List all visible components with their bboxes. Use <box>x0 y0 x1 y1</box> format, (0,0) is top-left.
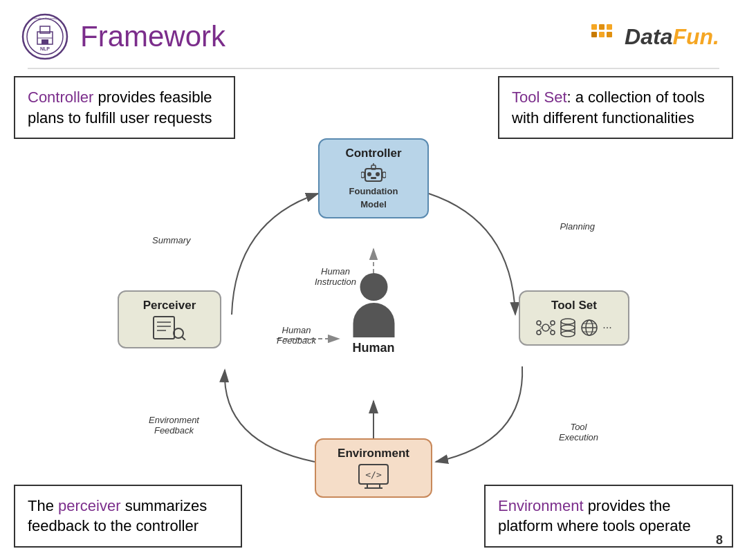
tool-icons: ··· <box>536 318 611 337</box>
perceiver-icon <box>152 315 187 340</box>
framework-diagram: Controller Foundation Model Perceiver <box>111 138 636 498</box>
svg-text:Tsinghua University: Tsinghua University <box>33 17 57 20</box>
svg-text:NLP: NLP <box>40 46 50 51</box>
datafun-text: DataFun. <box>625 24 719 50</box>
environment-node: Environment </> <box>315 438 432 498</box>
svg-point-46 <box>561 325 575 330</box>
planning-label: Planning <box>560 221 595 232</box>
perceiver-highlight: perceiver <box>58 497 120 514</box>
svg-point-42 <box>561 319 575 324</box>
svg-rect-27 <box>154 317 174 339</box>
controller-node-title: Controller <box>345 147 401 160</box>
svg-line-41 <box>549 328 553 330</box>
perceiver-node-title: Perceiver <box>143 299 196 312</box>
env-feedback-label: EnvironmentFeedback <box>149 415 199 436</box>
datafun-dots-icon <box>590 23 625 50</box>
nlp-logo-icon: NLP Tsinghua University <box>21 12 69 61</box>
environment-icon: </> <box>358 463 389 489</box>
svg-rect-10 <box>607 24 612 30</box>
svg-point-20 <box>367 172 371 176</box>
human-instruction-label: HumanInstruction <box>315 266 356 287</box>
database-icon <box>560 318 576 337</box>
svg-point-31 <box>174 328 183 338</box>
header-left: NLP Tsinghua University Framework <box>21 12 225 61</box>
controller-node: Controller Foundation Model <box>318 138 429 218</box>
svg-rect-9 <box>599 24 605 30</box>
svg-rect-26 <box>382 172 386 178</box>
controller-desc-box: Controller provides feasible plans to fu… <box>14 76 235 139</box>
human-body <box>353 303 394 337</box>
svg-rect-11 <box>591 32 597 37</box>
svg-rect-8 <box>591 24 597 30</box>
environment-highlight: Environment <box>498 497 584 514</box>
svg-line-39 <box>549 325 553 328</box>
svg-point-45 <box>561 331 575 337</box>
summary-label: Summary <box>152 235 191 245</box>
environment-node-title: Environment <box>338 447 409 460</box>
svg-point-37 <box>551 330 555 335</box>
svg-text:</>: </> <box>365 469 382 480</box>
toolset-node-title: Tool Set <box>551 299 597 312</box>
globe-icon <box>580 319 598 337</box>
human-figure <box>352 273 394 337</box>
header: NLP Tsinghua University Framework DataFu… <box>0 0 747 68</box>
tool-execution-label: ToolExecution <box>559 422 598 442</box>
svg-point-0 <box>23 15 67 59</box>
svg-point-36 <box>537 330 541 335</box>
perceiver-node: Perceiver <box>118 290 221 348</box>
network-icon <box>536 318 555 337</box>
svg-line-40 <box>539 328 542 330</box>
svg-rect-5 <box>42 39 48 44</box>
human-head <box>360 273 387 301</box>
toolset-desc-box: Tool Set: a collection of tools with dif… <box>498 76 733 139</box>
controller-highlight: Controller <box>28 88 93 106</box>
controller-subtitle1: Foundation <box>349 186 398 196</box>
svg-point-34 <box>537 321 541 325</box>
svg-rect-12 <box>599 32 605 37</box>
svg-point-33 <box>542 324 549 331</box>
human-label: Human <box>352 341 394 355</box>
human-node: Human <box>352 273 394 355</box>
page-number: 8 <box>716 533 723 548</box>
svg-line-38 <box>539 325 542 328</box>
datafun-logo: DataFun. <box>590 23 719 50</box>
main-content: Controller provides feasible plans to fu… <box>0 69 747 553</box>
toolset-node: Tool Set <box>519 290 629 346</box>
svg-rect-22 <box>371 177 376 179</box>
ellipsis-icon: ··· <box>602 321 611 334</box>
human-feedback-label: HumanFeedback <box>277 325 316 346</box>
svg-line-32 <box>182 337 185 340</box>
robot-icon <box>361 163 386 184</box>
perceiver-desc-pre: The <box>28 497 58 514</box>
toolset-highlight: Tool Set <box>512 88 567 106</box>
svg-rect-25 <box>361 172 365 178</box>
controller-subtitle2: Model <box>360 199 387 209</box>
page-title: Framework <box>80 20 225 53</box>
svg-point-21 <box>376 172 380 176</box>
svg-point-35 <box>551 321 555 325</box>
svg-rect-13 <box>607 32 612 37</box>
